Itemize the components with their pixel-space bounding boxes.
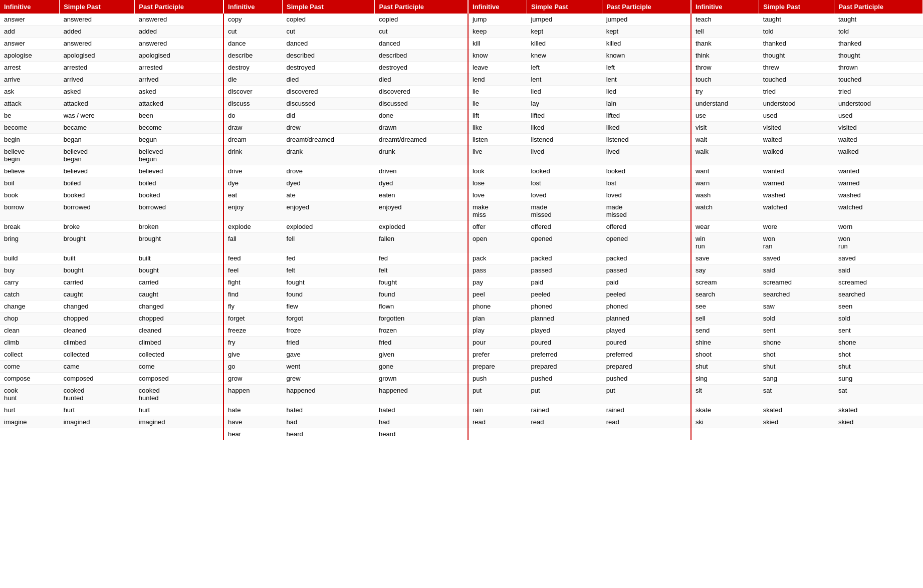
cell-c0-r22-h0: change [0,301,60,313]
cell-c3-r2-h2: thanked [834,38,923,50]
cell-c1-r20-h2: fought [375,276,468,288]
table-row: attackattackedattackeddiscussdiscusseddi… [0,98,923,110]
cell-c0-r17-h0: bring [0,233,60,252]
cell-c3-r3-h1: thought [759,50,834,62]
table-row: bewas / werebeendodiddoneliftliftedlifte… [0,110,923,122]
cell-c1-r31-h0: have [223,416,282,428]
cell-c1-r22-h0: fly [223,301,282,313]
cell-c1-r30-h1: hated [283,404,375,416]
cell-c2-r2-h0: kill [468,38,527,50]
cell-c3-r14-h2: washed [834,189,923,201]
cell-c0-r3-h0: apologise [0,50,60,62]
cell-c2-r22-h2: phoned [602,301,691,313]
cell-c0-r9-h1: became [60,122,135,134]
cell-c1-r15-h0: enjoy [223,201,282,221]
cell-c1-r3-h2: described [375,50,468,62]
cell-c3-r9-h0: visit [691,122,759,134]
cell-c1-r10-h2: dreamt/dreamed [375,134,468,146]
cell-c3-r19-h1: said [759,264,834,276]
cell-c0-r30-h0: hurt [0,404,60,416]
cell-c2-r4-h0: leave [468,62,527,74]
column-header-1-2: Past Participle [375,0,468,14]
cell-c0-r22-h1: changed [60,301,135,313]
cell-c2-r26-h1: preferred [527,349,602,361]
cell-c3-r21-h2: searched [834,288,923,301]
cell-c1-r4-h0: destroy [223,62,282,74]
cell-c1-r24-h2: frozen [375,325,468,337]
cell-c3-r21-h0: search [691,288,759,301]
cell-c2-r9-h1: liked [527,122,602,134]
cell-c2-r27-h2: prepared [602,361,691,373]
cell-c1-r5-h1: died [283,74,375,86]
cell-c0-r25-h1: climbed [60,337,135,349]
cell-c2-r30-h1: rained [527,404,602,416]
cell-c1-r20-h1: fought [283,276,375,288]
cell-c2-r22-h1: phoned [527,301,602,313]
cell-c1-r32-h2: heard [375,428,468,440]
cell-c3-r22-h0: see [691,301,759,313]
table-row: breakbrokebrokenexplodeexplodedexplodedo… [0,221,923,233]
cell-c1-r14-h2: eaten [375,189,468,201]
cell-c1-r11-h1: drank [283,146,375,165]
cell-c1-r12-h0: drive [223,165,282,177]
table-row: borrowborrowedborrowedenjoyenjoyedenjoye… [0,201,923,221]
column-header-2-1: Simple Past [527,0,602,14]
cell-c0-r5-h1: arrived [60,74,135,86]
cell-c1-r27-h0: go [223,361,282,373]
cell-c0-r5-h0: arrive [0,74,60,86]
table-row: arrivearrivedarriveddiedieddiedlendlentl… [0,74,923,86]
cell-c1-r28-h1: grew [283,373,375,385]
cell-c2-r13-h2: lost [602,177,691,189]
cell-c0-r21-h2: caught [135,288,223,301]
table-row: believebelievedbelieveddrivedrovedrivenl… [0,165,923,177]
cell-c0-r2-h0: answer [0,38,60,50]
cell-c3-r17-h2: won run [834,233,923,252]
cell-c2-r1-h2: kept [602,26,691,38]
cell-c1-r13-h2: dyed [375,177,468,189]
cell-c0-r15-h1: borrowed [60,201,135,221]
cell-c2-r10-h1: listened [527,134,602,146]
cell-c2-r16-h2: offered [602,221,691,233]
cell-c1-r21-h0: find [223,288,282,301]
cell-c3-r11-h2: walked [834,146,923,165]
table-row: composecomposedcomposedgrowgrewgrownpush… [0,373,923,385]
cell-c2-r15-h0: make miss [468,201,527,221]
cell-c2-r24-h0: play [468,325,527,337]
cell-c3-r30-h0: skate [691,404,759,416]
cell-c3-r3-h0: think [691,50,759,62]
column-header-2-2: Past Participle [602,0,691,14]
cell-c2-r24-h1: played [527,325,602,337]
table-row: chopchoppedchoppedforgetforgotforgottenp… [0,313,923,325]
cell-c3-r19-h2: said [834,264,923,276]
cell-c3-r28-h1: sang [759,373,834,385]
cell-c3-r15-h0: watch [691,201,759,221]
cell-c0-r21-h1: caught [60,288,135,301]
cell-c1-r19-h2: felt [375,264,468,276]
cell-c3-r22-h2: seen [834,301,923,313]
cell-c0-r9-h2: become [135,122,223,134]
cell-c3-r1-h2: told [834,26,923,38]
cell-c0-r15-h0: borrow [0,201,60,221]
cell-c0-r4-h2: arrested [135,62,223,74]
cell-c3-r7-h0: understand [691,98,759,110]
cell-c1-r32-h1: heard [283,428,375,440]
cell-c3-r13-h2: warned [834,177,923,189]
cell-c1-r11-h2: drunk [375,146,468,165]
cell-c2-r12-h2: looked [602,165,691,177]
cell-c0-r9-h0: become [0,122,60,134]
cell-c1-r28-h0: grow [223,373,282,385]
cell-c2-r26-h2: preferred [602,349,691,361]
cell-c0-r15-h2: borrowed [135,201,223,221]
cell-c3-r12-h2: wanted [834,165,923,177]
cell-c2-r19-h2: passed [602,264,691,276]
cell-c0-r32-h2 [135,428,223,440]
cell-c1-r1-h1: cut [283,26,375,38]
cell-c2-r31-h2: read [602,416,691,428]
table-row: bookbookedbookedeatateeatenlovelovedlove… [0,189,923,201]
cell-c0-r13-h0: boil [0,177,60,189]
cell-c1-r17-h0: fall [223,233,282,252]
cell-c1-r18-h1: fed [283,252,375,264]
cell-c1-r8-h0: do [223,110,282,122]
cell-c2-r18-h0: pack [468,252,527,264]
cell-c0-r18-h0: build [0,252,60,264]
